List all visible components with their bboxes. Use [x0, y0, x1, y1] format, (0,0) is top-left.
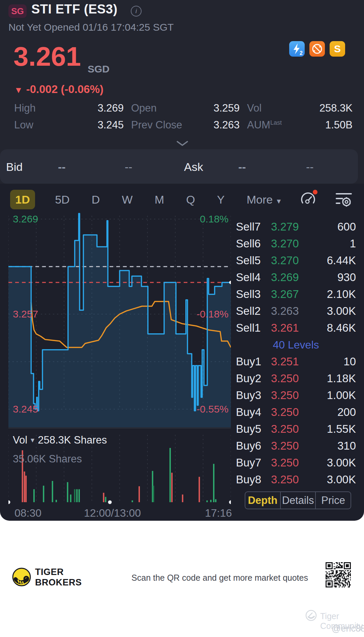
market-status: Not Yet Opened 01/16 17:04:25 SGT — [8, 22, 174, 33]
level-price: 3.250 — [271, 389, 311, 402]
bid-ask-bar[interactable] — [0, 149, 358, 184]
y-price-high: 3.269 — [13, 213, 38, 225]
ask-volume: -- — [238, 160, 246, 174]
order-book-row[interactable]: Buy63.250310 — [236, 437, 356, 454]
level-volume: 3.00K — [311, 305, 356, 317]
order-book-row[interactable]: Buy83.2503.00K — [236, 471, 356, 488]
stat-label: AUMLast — [247, 119, 282, 131]
vol-label: Vol — [13, 434, 27, 446]
level-price: 3.251 — [271, 355, 311, 368]
level-label: Sell2 — [236, 305, 271, 317]
info-icon[interactable]: i — [131, 6, 142, 17]
tab-details[interactable]: Details — [280, 492, 315, 509]
level-price: 3.269 — [271, 271, 311, 284]
stat-value: 3.263 — [213, 119, 240, 131]
level-label: Buy7 — [236, 456, 271, 469]
level-label: Buy4 — [236, 406, 271, 419]
level-volume: 2.10K — [311, 288, 356, 301]
change-value: -0.002 (-0.06%) — [26, 83, 103, 95]
level-price: 3.250 — [271, 439, 311, 452]
order-book-row[interactable]: Sell23.2633.00K — [236, 303, 356, 320]
level-label: Sell5 — [236, 254, 271, 267]
tab-depth[interactable]: Depth — [245, 492, 280, 509]
down-triangle-icon: ▼ — [14, 85, 23, 95]
order-book-row[interactable]: Buy23.2501.18K — [236, 370, 356, 387]
tiger-community-icon — [305, 609, 317, 623]
stat-cell: AUMLast1.50B — [247, 117, 353, 133]
order-book-row[interactable]: Buy33.2501.00K — [236, 387, 356, 404]
order-book-row[interactable]: Buy43.250200 — [236, 404, 356, 421]
level-price: 3.261 — [271, 322, 311, 334]
currency-label: SGD — [88, 63, 110, 75]
stat-label: Vol — [247, 102, 262, 114]
level-price: 3.250 — [271, 423, 311, 435]
tiger-brokers-logo — [11, 567, 32, 588]
level-volume: 1.55K — [311, 423, 356, 435]
axis-drag-handle[interactable] — [229, 500, 231, 504]
stat-label: Open — [131, 102, 157, 114]
stat-cell: Low3.245 — [14, 117, 124, 133]
level-volume: 1 — [311, 237, 356, 250]
level-price: 3.279 — [271, 220, 311, 233]
feature-badges: 2 S — [289, 41, 345, 57]
level-label: Sell6 — [236, 237, 271, 250]
ask-label: Ask — [184, 160, 203, 174]
levels-toggle[interactable]: 40 Levels — [236, 336, 356, 353]
tab-more[interactable]: More▼ — [245, 193, 284, 206]
level-label: Sell3 — [236, 288, 271, 301]
sentiment-gauge-icon[interactable] — [299, 189, 317, 210]
stock-detail-screen: SG STI ETF (ES3) i Not Yet Opened 01/16 … — [0, 0, 364, 637]
bid-price: -- — [125, 160, 132, 174]
bid-volume: -- — [58, 160, 66, 174]
vol-total: 258.3K Shares — [38, 434, 107, 446]
stat-label: High — [14, 102, 36, 114]
stat-value: 3.245 — [97, 119, 124, 131]
level2-lightning-badge[interactable]: 2 — [289, 41, 305, 57]
x-tick-midday: 12:00/13:00 — [84, 507, 141, 519]
level-price: 3.270 — [271, 237, 311, 250]
level-volume: 3.00K — [311, 473, 356, 486]
y-pct-mid: -0.18% — [196, 308, 229, 320]
level-label: Buy2 — [236, 372, 271, 385]
level-volume: 930 — [311, 271, 356, 284]
stat-label: Prev Close — [131, 119, 182, 131]
stat-value: 3.259 — [213, 102, 240, 114]
notification-dot — [313, 190, 317, 194]
order-book-row[interactable]: Sell43.269930 — [236, 269, 356, 286]
stat-value: 3.269 — [97, 102, 124, 114]
order-book-row[interactable]: Buy53.2501.55K — [236, 421, 356, 437]
order-book-row[interactable]: Buy13.25110 — [236, 353, 356, 370]
order-book: Sell73.279600Sell63.2701Sell53.2706.44KS… — [236, 218, 356, 488]
order-book-row[interactable]: Sell73.279600 — [236, 218, 356, 235]
order-book-row[interactable]: Buy73.2503.00K — [236, 454, 356, 471]
level-label: Sell4 — [236, 271, 271, 284]
volume-scale-max: 35.06K Shares — [13, 453, 82, 465]
stat-cell: High3.269 — [14, 100, 124, 117]
axis-drag-handle[interactable] — [8, 500, 10, 504]
qr-code — [326, 562, 351, 588]
level-volume: 10 — [311, 355, 356, 368]
level-volume: 1.00K — [311, 389, 356, 402]
chart-settings-icon[interactable] — [335, 191, 353, 209]
order-book-row[interactable]: Sell33.2672.10K — [236, 286, 356, 303]
order-book-row[interactable]: Sell53.2706.44K — [236, 252, 356, 269]
level-label: Buy5 — [236, 423, 271, 435]
stat-cell: Open3.259 — [131, 100, 240, 117]
volume-indicator-selector[interactable]: Vol ▾ 258.3K Shares — [13, 434, 107, 446]
no-short-icon — [309, 41, 325, 57]
level-volume: 6.44K — [311, 254, 356, 267]
y-price-mid: 3.257 — [13, 308, 38, 320]
expand-chevron-icon[interactable] — [177, 141, 188, 148]
axis-drag-handle[interactable] — [108, 500, 112, 504]
level-price: 3.267 — [271, 288, 311, 301]
order-book-row[interactable]: Sell13.2618.46K — [236, 320, 356, 336]
book-view-switcher: DepthDetailsPrice — [245, 491, 351, 509]
order-book-row[interactable]: Sell63.2701 — [236, 235, 356, 252]
stat-cell: Prev Close3.263 — [131, 117, 240, 133]
level-volume: 1.18K — [311, 372, 356, 385]
bid-label: Bid — [6, 160, 23, 174]
level-price: 3.270 — [271, 254, 311, 267]
s-currency-badge[interactable]: S — [330, 41, 345, 57]
no-short-badge[interactable] — [309, 41, 325, 57]
tab-price[interactable]: Price — [315, 492, 351, 509]
